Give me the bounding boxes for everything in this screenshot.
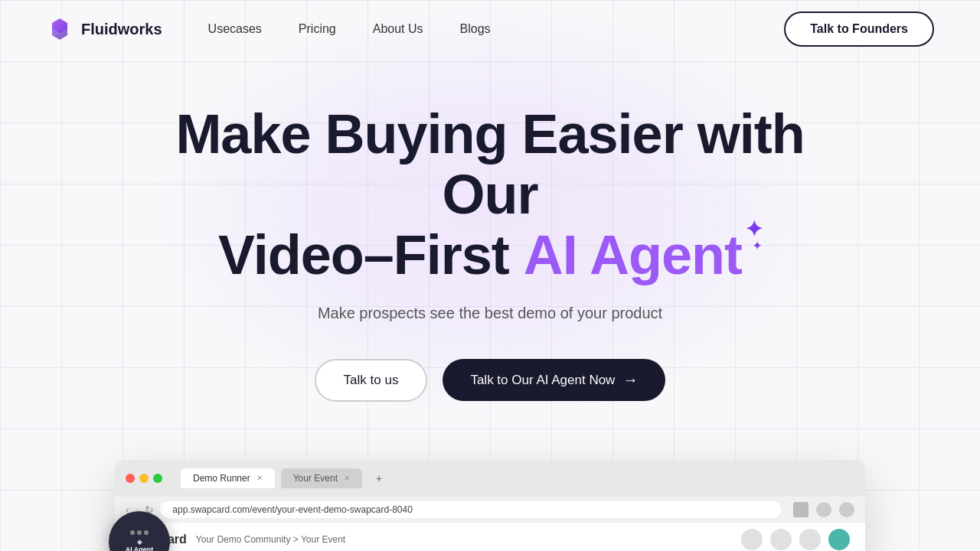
browser-chrome: Demo Runner ✕ Your Event ✕ + xyxy=(115,460,865,497)
nav-blogs[interactable]: Blogs xyxy=(460,22,491,36)
talk-to-us-button[interactable]: Talk to us xyxy=(315,359,428,402)
tab1-label: Demo Runner xyxy=(193,473,250,484)
tab2-close[interactable]: ✕ xyxy=(344,474,350,482)
hero-title-line1: Make Buying Easier with Our xyxy=(175,103,804,225)
nav-pricing[interactable]: Pricing xyxy=(299,22,336,36)
new-tab-button[interactable]: + xyxy=(368,468,390,489)
talk-to-founders-button[interactable]: Talk to Founders xyxy=(784,11,934,47)
agent-label-prefix: ◆ xyxy=(137,538,142,546)
app-search-icon[interactable] xyxy=(770,529,792,550)
browser-actions xyxy=(793,502,854,517)
breadcrumb-nav: Your Demo Community > Your Event xyxy=(196,534,345,545)
browser-dots xyxy=(126,474,162,483)
app-avatar[interactable] xyxy=(828,529,850,550)
maximize-dot xyxy=(153,474,162,483)
hero-title: Make Buying Easier with Our Video–First … xyxy=(161,104,819,286)
browser-url-bar: ‹ › ↻ xyxy=(115,497,865,523)
browser-tab-active[interactable]: Demo Runner ✕ xyxy=(181,468,275,488)
talk-to-agent-button[interactable]: Talk to Our AI Agent Now → xyxy=(443,359,665,401)
sparkle-decoration: ✦✦ xyxy=(745,219,762,251)
hero-title-highlight: AI Agent✦✦ xyxy=(524,225,762,285)
menu-icon[interactable] xyxy=(839,502,854,517)
user-icon[interactable] xyxy=(816,502,831,517)
agent-dot-3 xyxy=(144,530,149,535)
app-nav: swapcard Your Demo Community > Your Even… xyxy=(115,523,865,551)
logo-icon xyxy=(46,15,74,43)
agent-dots xyxy=(130,530,149,535)
hero-buttons: Talk to us Talk to Our AI Agent Now → xyxy=(315,359,666,402)
agent-dot-1 xyxy=(130,530,135,535)
nav-usecases[interactable]: Usecases xyxy=(208,22,262,36)
agent-circle: ◆ AI Agent xyxy=(109,511,170,551)
browser-mockup: Demo Runner ✕ Your Event ✕ + ‹ › ↻ s xyxy=(115,460,865,551)
browser-tab-inactive[interactable]: Your Event ✕ xyxy=(281,468,362,488)
hero-title-line2-prefix: Video–First xyxy=(218,224,524,285)
agent-label: AI Agent xyxy=(126,546,154,551)
app-home-icon[interactable] xyxy=(741,529,763,550)
bookmark-icon[interactable] xyxy=(793,502,808,517)
app-bell-icon[interactable] xyxy=(799,529,821,550)
browser-content: swapcard Your Demo Community > Your Even… xyxy=(115,523,865,551)
nav-links: Usecases Pricing About Us Blogs xyxy=(208,22,785,36)
navbar: Fluidworks Usecases Pricing About Us Blo… xyxy=(0,0,980,58)
agent-dot-2 xyxy=(137,530,142,535)
tab1-close[interactable]: ✕ xyxy=(256,474,263,482)
hero-section: Make Buying Easier with Our Video–First … xyxy=(0,58,980,402)
brand-name: Fluidworks xyxy=(81,21,162,38)
nav-about[interactable]: About Us xyxy=(373,22,423,36)
hero-subtitle: Make prospects see the best demo of your… xyxy=(318,305,662,322)
logo-area[interactable]: Fluidworks xyxy=(46,15,162,43)
close-dot xyxy=(126,474,135,483)
talk-to-agent-label: Talk to Our AI Agent Now xyxy=(470,373,615,388)
tab2-label: Your Event xyxy=(293,473,338,484)
ai-agent-bubble[interactable]: ◆ AI Agent xyxy=(109,511,170,551)
url-bar[interactable] xyxy=(160,501,781,518)
arrow-icon: → xyxy=(622,371,638,389)
breadcrumb-text: Your Demo Community > Your Event xyxy=(196,534,345,545)
minimize-dot xyxy=(139,474,149,483)
